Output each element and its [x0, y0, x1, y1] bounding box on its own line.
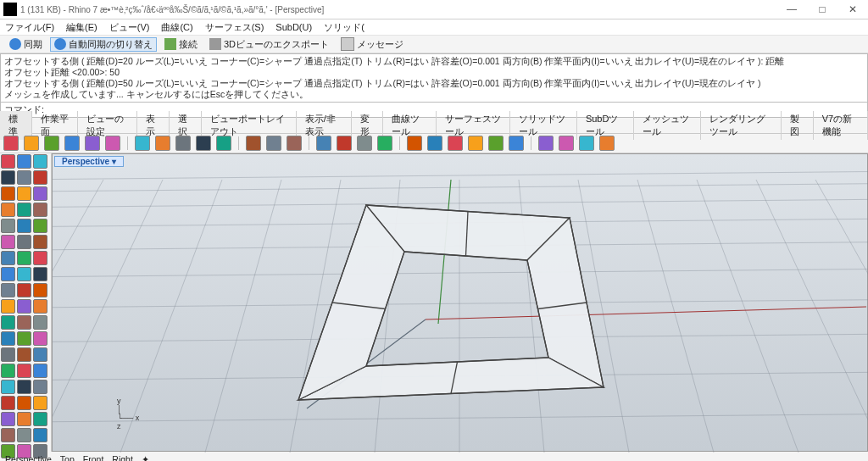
toolbar-icon[interactable]: [316, 136, 331, 151]
toolbar-icon[interactable]: [287, 136, 302, 151]
toolbar-icon[interactable]: [266, 136, 281, 151]
toolbar-icon[interactable]: [448, 136, 463, 151]
maximize-button[interactable]: □: [807, 0, 837, 19]
toolbar-icon[interactable]: [337, 136, 352, 151]
viewport-tab[interactable]: Right: [112, 454, 133, 461]
toolbar-tab[interactable]: V7の新機能: [814, 111, 868, 140]
tool-button[interactable]: [33, 219, 47, 233]
toolbar-icon[interactable]: [599, 136, 615, 151]
tool-button[interactable]: [1, 364, 15, 378]
tool-button[interactable]: [33, 347, 47, 362]
toolbar-icon[interactable]: [175, 136, 191, 151]
close-button[interactable]: ✕: [837, 0, 868, 19]
viewport-label[interactable]: Perspective ▾: [54, 156, 124, 167]
toolbar-tab[interactable]: メッシュツール: [634, 111, 701, 140]
tool-button[interactable]: [33, 428, 47, 442]
tool-button[interactable]: [17, 235, 31, 249]
tool-button[interactable]: [33, 396, 47, 410]
tool-button[interactable]: [1, 412, 15, 426]
tool-button[interactable]: [17, 154, 31, 169]
tool-button[interactable]: [1, 219, 15, 233]
tool-button[interactable]: [17, 170, 31, 185]
toolbar-icon[interactable]: [155, 136, 170, 151]
sync-button[interactable]: 同期: [5, 37, 47, 52]
toolbar-icon[interactable]: [579, 136, 594, 151]
tool-button[interactable]: [17, 267, 31, 281]
viewport-tab[interactable]: Front: [83, 454, 104, 461]
tool-button[interactable]: [33, 315, 47, 330]
tool-button[interactable]: [1, 428, 15, 442]
toolbar-tab[interactable]: 製図: [782, 111, 814, 140]
viewport[interactable]: Perspective ▾ y│└── xz: [52, 153, 868, 452]
toolbar-icon[interactable]: [559, 136, 574, 151]
toolbar-icon[interactable]: [64, 136, 80, 151]
tool-button[interactable]: [17, 428, 31, 442]
tool-button[interactable]: [1, 315, 15, 330]
tool-button[interactable]: [1, 267, 15, 281]
tool-button[interactable]: [33, 412, 47, 426]
tool-button[interactable]: [1, 251, 15, 265]
toolbar-icon[interactable]: [407, 136, 422, 151]
tool-button[interactable]: [17, 299, 31, 314]
minimize-button[interactable]: —: [776, 0, 807, 19]
toolbar-icon[interactable]: [44, 136, 59, 151]
toolbar-icon[interactable]: [105, 136, 120, 151]
viewport-tab[interactable]: Top: [60, 454, 75, 461]
menu-item[interactable]: ファイル(F): [5, 21, 54, 34]
toolbar-tab[interactable]: レンダリングツール: [701, 111, 782, 140]
toolbar-icon[interactable]: [135, 136, 150, 151]
tool-button[interactable]: [17, 412, 31, 426]
tool-button[interactable]: [33, 283, 47, 297]
tool-button[interactable]: [17, 186, 31, 201]
tool-button[interactable]: [17, 347, 31, 362]
tool-button[interactable]: [1, 299, 15, 314]
tool-button[interactable]: [33, 154, 47, 169]
tool-button[interactable]: [17, 219, 31, 233]
tool-button[interactable]: [33, 267, 47, 281]
message-button[interactable]: メッセージ: [337, 36, 408, 52]
viewport-tab[interactable]: Perspective: [5, 454, 52, 461]
tool-button[interactable]: [33, 331, 47, 346]
tool-button[interactable]: [1, 347, 15, 362]
tool-button[interactable]: [1, 154, 15, 169]
tool-button[interactable]: [1, 235, 15, 249]
toolbar-icon[interactable]: [509, 136, 524, 151]
tool-button[interactable]: [33, 186, 47, 201]
tool-button[interactable]: [33, 251, 47, 265]
toolbar-icon[interactable]: [427, 136, 442, 151]
menu-item[interactable]: ビュー(V): [109, 21, 150, 34]
tool-button[interactable]: [33, 235, 47, 249]
toolbar-icon[interactable]: [538, 136, 554, 151]
toolbar-icon[interactable]: [85, 136, 100, 151]
menu-item[interactable]: ソリッド(: [324, 21, 364, 34]
toolbar-icon[interactable]: [377, 136, 392, 151]
tool-button[interactable]: [17, 315, 31, 330]
menu-item[interactable]: SubD(U): [275, 22, 312, 32]
toolbar-icon[interactable]: [196, 136, 211, 151]
tool-button[interactable]: [33, 203, 47, 217]
tool-button[interactable]: [17, 396, 31, 410]
tool-button[interactable]: [1, 396, 15, 410]
menu-item[interactable]: サーフェス(S): [205, 21, 264, 34]
tool-button[interactable]: [33, 364, 47, 378]
tool-button[interactable]: [33, 380, 47, 394]
toolbar-icon[interactable]: [24, 136, 39, 151]
toolbar-icon[interactable]: [468, 136, 483, 151]
toolbar-icon[interactable]: [357, 136, 372, 151]
toolbar-icon[interactable]: [3, 136, 19, 151]
command-history[interactable]: オフセットする側 ( 距離(D)=20 ルーズ(L)=いいえ コーナー(C)=シ…: [0, 53, 868, 103]
toolbar-icon[interactable]: [216, 136, 231, 151]
export-3d-button[interactable]: 3Dビューのエクスポート: [205, 37, 333, 52]
toolbar-icon[interactable]: [246, 136, 261, 151]
tool-button[interactable]: [17, 283, 31, 297]
toolbar-icon[interactable]: [488, 136, 504, 151]
tool-button[interactable]: [17, 380, 31, 394]
tool-button[interactable]: [17, 251, 31, 265]
tool-button[interactable]: [1, 186, 15, 201]
tool-button[interactable]: [33, 299, 47, 314]
menu-item[interactable]: 編集(E): [66, 21, 97, 34]
tool-button[interactable]: [1, 283, 15, 297]
tool-button[interactable]: [33, 170, 47, 185]
tool-button[interactable]: [17, 331, 31, 346]
tool-button[interactable]: [1, 170, 15, 185]
